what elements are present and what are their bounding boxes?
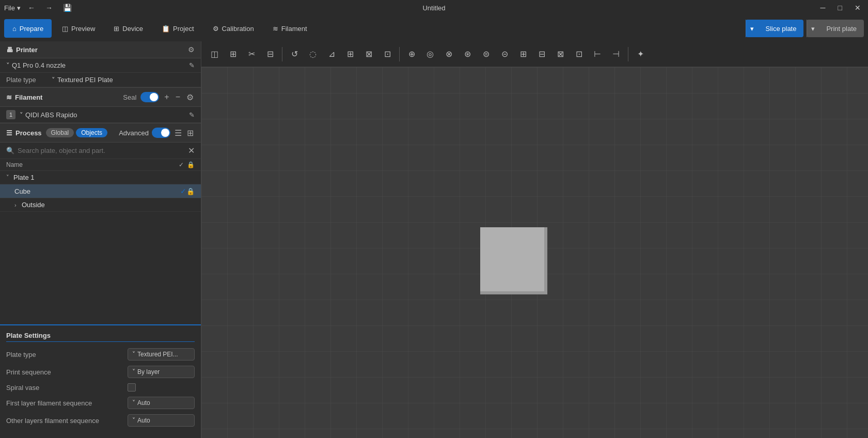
toolbar-btn-box2[interactable]: ⊠: [360, 45, 377, 63]
seal-toggle[interactable]: [140, 92, 159, 102]
first-layer-select[interactable]: ˅ Auto: [128, 397, 195, 409]
print-sequence-label: Print sequence: [6, 368, 123, 376]
close-button[interactable]: ✕: [851, 3, 864, 13]
toolbar-btn-star[interactable]: ✦: [632, 45, 649, 63]
toolbar-btn-box3[interactable]: ⊡: [378, 45, 396, 63]
cube-checkbox[interactable]: ✓: [180, 187, 186, 195]
process-tab-global[interactable]: Global: [46, 128, 74, 137]
print-plate-button[interactable]: ▾ Print plate: [807, 20, 864, 37]
printer-expand-arrow: ˅: [6, 61, 10, 69]
nav-filament[interactable]: ≋ Filament: [264, 19, 315, 38]
forward-button[interactable]: →: [42, 3, 56, 13]
cube-lock[interactable]: 🔒: [186, 187, 195, 195]
plate-type-select[interactable]: ˅ Textured PEI...: [128, 348, 195, 361]
toolbar-btn-grid[interactable]: ⊞: [224, 45, 242, 63]
seal-label: Seal: [123, 93, 136, 101]
other-layers-label: Other layers filament sequence: [6, 417, 123, 425]
other-layers-select[interactable]: ˅ Auto: [128, 414, 195, 427]
filament-add-button[interactable]: +: [163, 92, 170, 102]
printer-edit-button[interactable]: ✎: [189, 61, 195, 69]
tree-item-plate1[interactable]: ˅ Plate 1: [0, 171, 201, 184]
search-row: 🔍 ✕: [0, 143, 201, 159]
search-input[interactable]: [18, 147, 185, 154]
canvas-area[interactable]: ◫ ⊞ ✂ ⊟ ↺ ◌ ⊿ ⊞ ⊠ ⊡ ⊕ ◎ ⊗ ⊛ ⊜ ⊝ ⊞ ⊟ ⊠ ⊡ …: [201, 41, 868, 438]
spiral-vase-checkbox[interactable]: [128, 383, 136, 392]
cube-label: Cube: [14, 187, 180, 195]
filament-title: ≋ Filament: [6, 93, 42, 101]
plate1-label: Plate 1: [13, 174, 195, 181]
toolbar-btn-box4[interactable]: ⊠: [551, 45, 569, 63]
process-list-button[interactable]: ☰: [173, 128, 183, 138]
filament-edit-button[interactable]: ✎: [189, 111, 195, 119]
toolbar-btn-layers[interactable]: ⊟: [261, 45, 279, 63]
toolbar-btn-box5[interactable]: ⊡: [570, 45, 588, 63]
nav-prepare[interactable]: ⌂ Prepare: [4, 19, 52, 38]
toolbar-btn-target[interactable]: ◎: [421, 45, 439, 63]
nav-preview[interactable]: ◫ Preview: [54, 19, 103, 38]
tree-item-cube[interactable]: Cube ✓ 🔒: [0, 184, 201, 198]
navbar: ⌂ Prepare ◫ Preview ⊞ Device 📋 Project ⚙…: [0, 15, 868, 41]
filament-spool-icon: ≋: [6, 93, 12, 101]
filament-number: 1: [6, 110, 15, 119]
print-sequence-select[interactable]: ˅ By layer: [128, 366, 195, 378]
first-layer-setting-row: First layer filament sequence ˅ Auto: [6, 397, 195, 409]
toolbar-btn-minus-c[interactable]: ⊝: [496, 45, 513, 63]
toolbar-btn-cut[interactable]: ✂: [243, 45, 260, 63]
toolbar-btn-orient[interactable]: ◫: [206, 45, 223, 63]
toolbar-btn-box[interactable]: ⊞: [341, 45, 359, 63]
tree-check-col: ✓: [179, 161, 184, 168]
first-layer-value: ˅ Auto: [128, 397, 195, 409]
advanced-toggle[interactable]: [152, 128, 170, 138]
toolbar-btn-minus-b[interactable]: ⊟: [533, 45, 550, 63]
file-menu[interactable]: File ▾: [4, 4, 21, 12]
toolbar-btn-rotate[interactable]: ↺: [286, 45, 303, 63]
nav-device[interactable]: ⊞ Device: [105, 19, 151, 38]
spiral-vase-label: Spiral vase: [6, 384, 123, 392]
back-button[interactable]: ←: [25, 3, 38, 13]
process-settings-button[interactable]: ⊞: [186, 128, 195, 138]
nav-calibration[interactable]: ⚙ Calibration: [204, 19, 262, 38]
search-clear-button[interactable]: ✕: [188, 146, 195, 155]
toolbar-btn-triangle[interactable]: ⊿: [323, 45, 340, 63]
maximize-button[interactable]: □: [835, 3, 845, 13]
titlebar-left: File ▾ ← → 💾: [4, 3, 75, 13]
tree-item-outside[interactable]: › Outside: [0, 198, 201, 212]
toolbar-sep-2: [399, 47, 400, 61]
toolbar-btn-circle[interactable]: ◌: [304, 45, 322, 63]
grid-canvas[interactable]: [201, 67, 868, 438]
toolbar-btn-rev[interactable]: ⊣: [607, 45, 625, 63]
minimize-button[interactable]: ─: [817, 3, 829, 13]
search-icon: 🔍: [6, 147, 14, 154]
printer-name-label: Q1 Pro 0.4 nozzle: [12, 61, 66, 69]
prepare-icon: ⌂: [12, 25, 17, 33]
toolbar-btn-dash[interactable]: ⊢: [589, 45, 606, 63]
print-dropdown-arrow[interactable]: ▾: [807, 20, 819, 37]
print-sequence-value: ˅ By layer: [128, 366, 195, 378]
toolbar-btn-asterisk[interactable]: ⊛: [459, 45, 476, 63]
toolbar-btn-grid2[interactable]: ⊞: [514, 45, 532, 63]
process-section-header: ☰ Process Global Objects Advanced ☰ ⊞: [0, 123, 201, 143]
plate-settings-title: Plate Settings: [6, 332, 195, 342]
plate-type-label: Plate type: [6, 76, 48, 84]
spiral-vase-setting-row: Spiral vase: [6, 383, 195, 392]
filament-remove-button[interactable]: −: [175, 92, 181, 102]
toolbar-btn-eq[interactable]: ⊜: [477, 45, 495, 63]
printer-gear-button[interactable]: ⚙: [188, 45, 195, 54]
grid-background: [201, 67, 868, 438]
toolbar-btn-cross[interactable]: ⊗: [440, 45, 457, 63]
calibration-icon: ⚙: [213, 25, 219, 33]
slice-dropdown-arrow[interactable]: ▾: [746, 20, 758, 37]
plate-type-value[interactable]: ˅ Textured PEI Plate: [52, 76, 113, 84]
filament-gear-button[interactable]: ⚙: [185, 92, 195, 102]
toolbar-btn-plus[interactable]: ⊕: [403, 45, 420, 63]
process-title: ☰ Process: [6, 129, 42, 137]
printer-section-header: 🖶 Printer ⚙: [0, 41, 201, 58]
slice-plate-button[interactable]: ▾ Slice plate: [746, 20, 803, 37]
plate1-expand-arrow: ˅: [6, 174, 13, 181]
save-button[interactable]: 💾: [60, 3, 75, 13]
prepare-label: Prepare: [20, 25, 43, 33]
cube-object-3d[interactable]: [480, 227, 547, 294]
nav-project[interactable]: 📋 Project: [153, 19, 202, 38]
window-title: Untitled: [422, 4, 445, 12]
process-tab-objects[interactable]: Objects: [76, 128, 107, 137]
